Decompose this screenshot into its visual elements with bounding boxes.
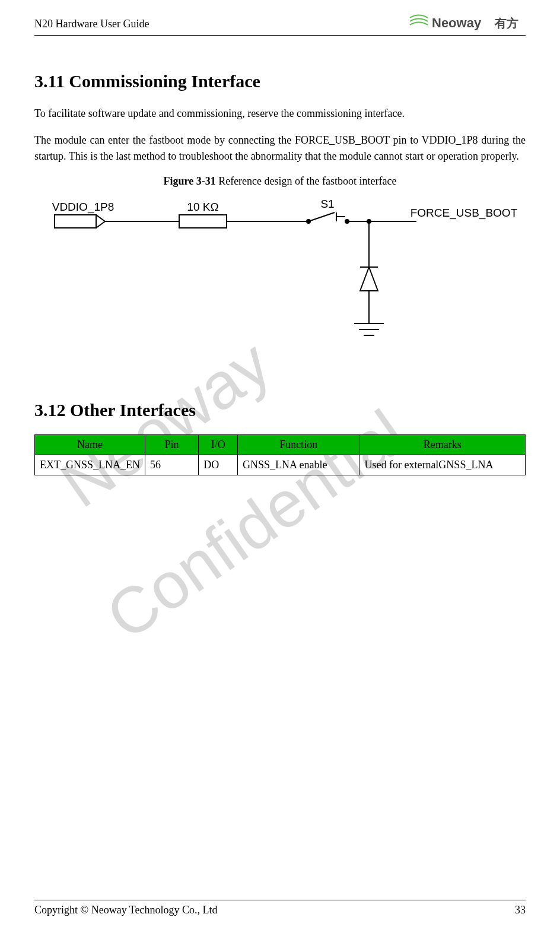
col-header-name: Name xyxy=(35,435,145,455)
svg-text:Neoway: Neoway xyxy=(432,15,482,30)
svg-rect-2 xyxy=(55,215,96,228)
svg-rect-4 xyxy=(179,215,227,228)
cell-function: GNSS_LNA enable xyxy=(238,455,359,475)
cell-pin: 56 xyxy=(145,455,199,475)
svg-text:有方: 有方 xyxy=(494,17,518,30)
section-heading-3-12: 3.12 Other Interfaces xyxy=(34,400,526,420)
neoway-logo: Neoway 有方 xyxy=(407,14,526,34)
col-header-io: I/O xyxy=(199,435,238,455)
svg-line-7 xyxy=(308,212,335,221)
figure-caption: Figure 3-31 Reference design of the fast… xyxy=(34,175,526,188)
footer-copyright: Copyright © Neoway Technology Co., Ltd xyxy=(34,904,218,916)
col-header-pin: Pin xyxy=(145,435,199,455)
col-header-remarks: Remarks xyxy=(359,435,526,455)
section-heading-3-11: 3.11 Commissioning Interface xyxy=(34,71,526,91)
other-interfaces-table: Name Pin I/O Function Remarks EXT_GNSS_L… xyxy=(34,434,526,475)
table-header-row: Name Pin I/O Function Remarks xyxy=(35,435,526,455)
table-row: EXT_GNSS_LNA_EN 56 DO GNSS_LNA enable Us… xyxy=(35,455,526,475)
paragraph-intro: To facilitate software update and commis… xyxy=(34,106,526,122)
fastboot-diagram: VDDIO_1P8 10 KΩ S1 FORCE_USB_BOOT xyxy=(34,196,526,358)
paragraph-fastboot: The module can enter the fastboot mode b… xyxy=(34,132,526,164)
diagram-label-resistor: 10 KΩ xyxy=(187,201,218,213)
figure-label: Figure 3-31 xyxy=(163,175,215,187)
diagram-label-switch: S1 xyxy=(320,198,334,210)
doc-title: N20 Hardware User Guide xyxy=(34,18,149,30)
diagram-label-vddio: VDDIO_1P8 xyxy=(52,201,114,214)
cell-name: EXT_GNSS_LNA_EN xyxy=(35,455,145,475)
diagram-label-force: FORCE_USB_BOOT xyxy=(411,207,518,220)
page-header: N20 Hardware User Guide Neoway 有方 xyxy=(34,17,526,36)
footer-page-number: 33 xyxy=(515,904,526,916)
col-header-function: Function xyxy=(238,435,359,455)
figure-caption-text: Reference design of the fastboot interfa… xyxy=(216,175,397,187)
page-footer: Copyright © Neoway Technology Co., Ltd 3… xyxy=(34,900,526,916)
svg-marker-13 xyxy=(360,267,378,291)
cell-io: DO xyxy=(199,455,238,475)
cell-remarks: Used for externalGNSS_LNA xyxy=(359,455,526,475)
